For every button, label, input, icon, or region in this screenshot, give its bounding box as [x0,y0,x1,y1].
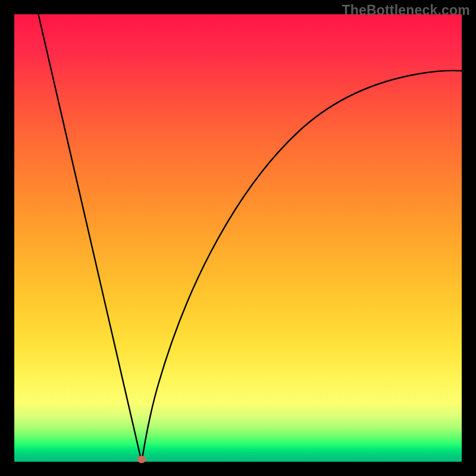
chart-plot-area [14,14,462,462]
minimum-marker [137,456,146,463]
watermark-text: TheBottleneck.com [342,2,470,18]
